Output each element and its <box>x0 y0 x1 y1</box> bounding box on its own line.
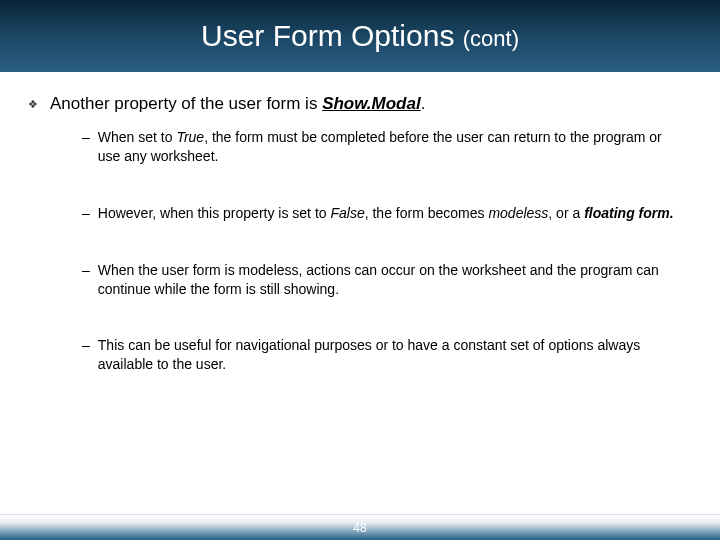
sub2-mid: , the form becomes <box>365 205 489 221</box>
page-number: 48 <box>353 521 366 535</box>
sub4-text: This can be useful for navigational purp… <box>98 337 640 372</box>
dash-icon: – <box>82 204 90 223</box>
title-main: User Form Options <box>201 19 463 52</box>
bullet-property: Show.Modal <box>322 94 421 113</box>
slide-title: User Form Options (cont) <box>201 19 519 53</box>
sub1-em: True <box>176 129 204 145</box>
sub-bullet-2: – However, when this property is set to … <box>82 204 682 223</box>
dash-icon: – <box>82 261 90 280</box>
sub-bullet-1: – When set to True, the form must be com… <box>82 128 682 166</box>
sub2-pre: However, when this property is set to <box>98 205 331 221</box>
slide-header: User Form Options (cont) <box>0 0 720 72</box>
sub-bullet-3: – When the user form is modeless, action… <box>82 261 682 299</box>
sub-text: However, when this property is set to Fa… <box>98 204 674 223</box>
sub-text: When the user form is modeless, actions … <box>98 261 682 299</box>
sub-text: This can be useful for navigational purp… <box>98 336 682 374</box>
bullet-lead: Another property of the user form is <box>50 94 322 113</box>
dash-icon: – <box>82 336 90 355</box>
bullet-text: Another property of the user form is Sho… <box>50 94 425 114</box>
sub3-text: When the user form is modeless, actions … <box>98 262 659 297</box>
diamond-bullet-icon: ❖ <box>28 98 38 111</box>
sub2-mid2: , or a <box>548 205 584 221</box>
slide-footer: 48 <box>0 514 720 540</box>
sub2-em3: floating form. <box>584 205 673 221</box>
sub2-em1: False <box>330 205 364 221</box>
sub2-em2: modeless <box>488 205 548 221</box>
sub1-pre: When set to <box>98 129 177 145</box>
title-suffix: (cont) <box>463 26 519 51</box>
bullet-main: ❖ Another property of the user form is S… <box>28 94 700 114</box>
sub-bullet-4: – This can be useful for navigational pu… <box>82 336 682 374</box>
dash-icon: – <box>82 128 90 147</box>
sub-text: When set to True, the form must be compl… <box>98 128 682 166</box>
slide-body: ❖ Another property of the user form is S… <box>0 72 720 374</box>
bullet-trail: . <box>421 94 426 113</box>
